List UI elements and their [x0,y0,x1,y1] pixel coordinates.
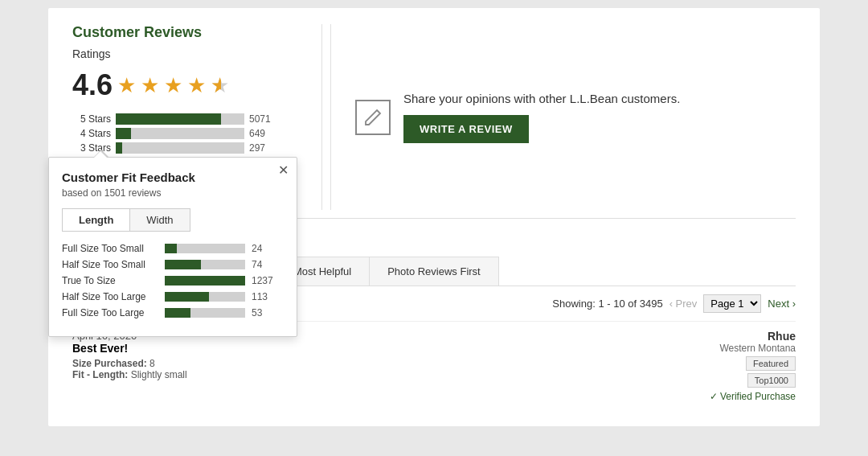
review-size: Size Purchased: 8 [72,358,187,369]
fit-bar-full-large: Full Size Too Large 53 [62,307,284,318]
ratings-label: Ratings [72,47,297,60]
bar-fill-3stars [116,142,122,154]
fit-count-half-small: 74 [252,259,280,270]
fit-bg-full-large [165,308,245,318]
section-title: Customer Reviews [72,24,297,41]
popup-title: Customer Fit Feedback [62,170,284,184]
fit-count-true: 1237 [252,275,280,286]
bar-fill-4stars [116,128,131,139]
fit-label-half-small: Half Size Too Small [62,259,158,270]
verified-purchase: ✓ Verified Purchase [710,391,796,402]
share-text: Share your opinions with other L.L.Bean … [403,92,680,105]
fit-fill-true [165,276,245,286]
fit-bars: Full Size Too Small 24 Half Size Too Sma… [62,243,284,318]
showing-text: Showing: 1 - 10 of 3495 [552,298,662,310]
fit-bg-true [165,276,245,286]
tab-photo-reviews[interactable]: Photo Reviews First [369,257,499,286]
fit-bg-full-small [165,244,245,253]
reviewer-location: Western Montana [710,343,796,354]
bar-count-3stars: 297 [249,142,277,154]
bar-fill-5stars [116,113,221,125]
popup-arrow-inner [92,151,108,159]
review-content: April 16, 2020 Best Ever! Size Purchased… [72,330,187,402]
rating-value: 4.6 [72,68,113,102]
share-panel: Share your opinions with other L.L.Bean … [330,24,704,210]
popup-tab-length[interactable]: Length [63,209,130,231]
fit-fill-full-large [165,308,190,318]
pencil-icon [355,100,391,135]
star-4-icon: ★ [187,73,206,98]
next-button[interactable]: Next › [768,298,796,310]
fit-bar-true: True To Size 1237 [62,275,284,286]
fit-fill-half-large [165,292,209,302]
bar-row-5: 5 Stars 5071 [72,113,297,125]
review-title: Best Ever! [72,342,187,355]
write-review-button[interactable]: WRITE A REVIEW [403,115,529,143]
popup-close-button[interactable]: ✕ [278,164,289,177]
vertical-divider [321,24,322,210]
popup-tab-width[interactable]: Width [130,209,189,231]
bar-label-5stars[interactable]: 5 Stars [72,113,111,125]
star-5-icon: ★ ★ [211,73,229,98]
bar-count-5stars: 5071 [249,113,277,125]
fit-fill-half-small [165,260,201,269]
fit-label-true: True To Size [62,275,158,286]
reviewer-name: Rhue [710,330,796,343]
review-fit: Fit - Length: Slightly small [72,369,187,380]
fit-bar-full-small: Full Size Too Small 24 [62,243,284,254]
fit-label-full-small: Full Size Too Small [62,243,158,254]
bar-bg-4stars [116,128,244,139]
page-select[interactable]: Page 1 [703,294,761,313]
fit-feedback-popup: ✕ Customer Fit Feedback based on 1501 re… [48,157,297,337]
star-1-icon: ★ [117,73,136,98]
popup-tabs: Length Width [62,208,190,232]
reviewer-info: Rhue Western Montana Featured Top1000 ✓ … [710,330,796,402]
fit-bar-half-large: Half Size Too Large 113 [62,291,284,302]
bar-bg-5stars [116,113,244,125]
fit-label-full-large: Full Size Too Large [62,307,158,318]
bar-count-4stars: 649 [249,128,277,139]
rating-row: 4.6 ★ ★ ★ ★ ★ ★ [72,68,297,102]
share-content: Share your opinions with other L.L.Bean … [403,92,680,143]
fit-fill-full-small [165,244,177,253]
prev-button[interactable]: ‹ Prev [669,298,698,310]
badge-featured: Featured [746,356,796,371]
fit-count-half-large: 113 [252,291,280,302]
popup-subtitle: based on 1501 reviews [62,187,284,199]
fit-count-full-small: 24 [252,243,280,254]
badge-top1000: Top1000 [747,373,796,388]
fit-bar-half-small: Half Size Too Small 74 [62,259,284,270]
fit-label-half-large: Half Size Too Large [62,291,158,302]
bar-label-4stars[interactable]: 4 Stars [72,128,111,139]
bar-row-4: 4 Stars 649 [72,128,297,139]
fit-count-full-large: 53 [252,307,280,318]
bar-bg-3stars [116,142,244,154]
star-3-icon: ★ [164,73,182,98]
star-2-icon: ★ [141,73,159,98]
fit-bg-half-large [165,292,245,302]
fit-bg-half-small [165,260,245,269]
